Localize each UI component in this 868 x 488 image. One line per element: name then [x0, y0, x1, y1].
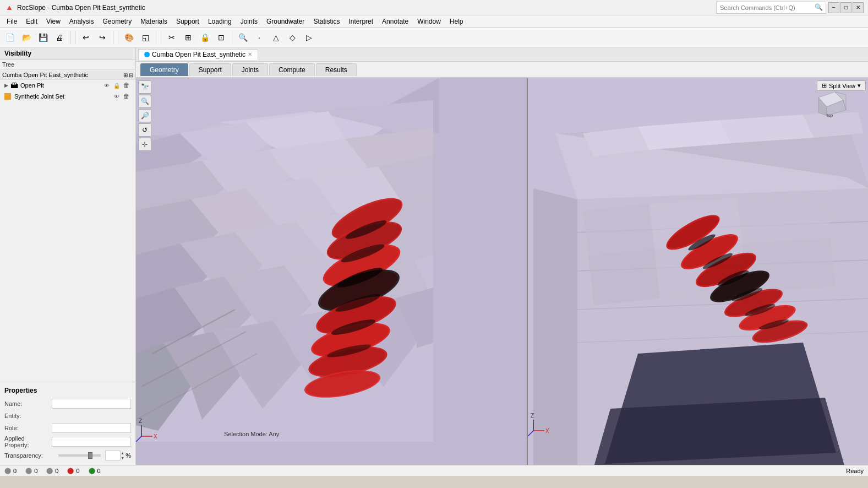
prop-value-entity [56, 411, 131, 421]
lock-button[interactable]: 🔒 [197, 30, 212, 45]
counter-icon-2: ⬤ [46, 467, 53, 474]
menu-item-view[interactable]: View [42, 17, 65, 26]
nodes-button[interactable]: ⊡ [214, 30, 229, 45]
diamond-button[interactable]: ◇ [285, 30, 300, 45]
prop-row-entity: Entity: [4, 411, 131, 421]
menu-item-loading[interactable]: Loading [204, 17, 236, 26]
tree-item-synthetic-joint[interactable]: Synthetic Joint Set 👁 🗑 [0, 91, 135, 102]
box-select-button[interactable]: ⊞ [181, 30, 196, 45]
menu-item-edit[interactable]: Edit [21, 17, 42, 26]
maximize-button[interactable]: □ [840, 2, 851, 13]
tree-item-open-pit[interactable]: ▶ 🏔 Open Pit 👁 🔒 🗑 [0, 80, 135, 91]
right-viewport[interactable]: ⊞ Split View ▾ [527, 78, 868, 465]
prop-label-entity: Entity: [4, 413, 54, 419]
zoom-extents-button[interactable]: 🔭 [138, 80, 151, 94]
tab-results[interactable]: Results [316, 63, 357, 76]
print-button[interactable]: 🖨 [52, 30, 67, 45]
svg-text:X: X [545, 428, 549, 434]
selection-mode-text: Selection Mode: Any [224, 431, 280, 437]
tree-content: Cumba Open Pit East_synthetic ⊞ ⊟ ▶ 🏔 Op… [0, 69, 135, 382]
counter-value-0: 0 [13, 468, 17, 474]
lock-icon[interactable]: 🔒 [112, 81, 121, 90]
transparency-input[interactable]: 85 [105, 451, 121, 460]
svg-text:X: X [154, 433, 157, 440]
rotate-button[interactable]: ↺ [138, 123, 151, 137]
menu-item-support[interactable]: Support [172, 17, 204, 26]
spin-up[interactable]: ▲ [121, 451, 124, 456]
prop-input-applied[interactable] [52, 437, 131, 447]
viewport-area: 🔭 🔍 🔎 ↺ ⊹ [136, 78, 868, 465]
eye-icon[interactable]: 👁 [112, 92, 121, 101]
arrow-button[interactable]: ▷ [301, 30, 316, 45]
search-icon: 🔍 [815, 3, 823, 11]
counter-value-3: 0 [76, 468, 79, 474]
spin-down[interactable]: ▼ [121, 456, 124, 460]
tab-geometry[interactable]: Geometry [140, 63, 188, 76]
title-bar-buttons: − □ ✕ [828, 2, 864, 13]
toolbar-separator [70, 31, 70, 44]
triangle-button[interactable]: △ [268, 30, 283, 45]
cube-nav-svg: top [813, 84, 851, 122]
tab-support[interactable]: Support [189, 63, 231, 76]
zoom-out-button[interactable]: 🔎 [138, 109, 151, 122]
svg-text:Z: Z [139, 418, 142, 424]
toolbar-separator [113, 31, 113, 44]
undo-button[interactable]: ↩ [78, 30, 94, 45]
transparency-slider[interactable] [58, 454, 101, 457]
menu-item-help[interactable]: Help [445, 17, 468, 26]
menu-item-window[interactable]: Window [413, 17, 445, 26]
point-button[interactable]: · [252, 30, 267, 45]
zoom-button[interactable]: 🔍 [235, 30, 250, 45]
vis-controls-joint: 👁 🗑 [112, 92, 131, 101]
collapse-icon[interactable]: ⊟ [129, 72, 133, 78]
tab-label: Cumba Open Pit East_synthetic [152, 51, 245, 58]
open-button[interactable]: 📂 [19, 30, 34, 45]
tree-item-label: Open Pit [20, 82, 100, 89]
menu-bar: FileEditViewAnalysisGeometryMaterialsSup… [0, 15, 868, 28]
menu-item-annotate[interactable]: Annotate [378, 17, 413, 26]
search-input[interactable] [716, 2, 826, 14]
new-button[interactable]: 📄 [2, 30, 18, 45]
tab-joints[interactable]: Joints [232, 63, 268, 76]
save-button[interactable]: 💾 [35, 30, 51, 45]
zoom-in-button[interactable]: 🔍 [138, 95, 151, 108]
menu-item-materials[interactable]: Materials [136, 17, 172, 26]
prop-input-role[interactable] [52, 423, 131, 433]
status-text: Ready [846, 468, 864, 474]
svg-marker-78 [533, 188, 577, 465]
cut-button[interactable]: ✂ [164, 30, 179, 45]
expand-icon[interactable]: ⊞ [123, 72, 128, 78]
fit-button[interactable]: ⊹ [138, 138, 151, 151]
select-button[interactable]: ◱ [138, 30, 153, 45]
toolbar-separator [232, 31, 232, 44]
menu-item-analysis[interactable]: Analysis [65, 17, 99, 26]
delete-icon[interactable]: 🗑 [122, 81, 131, 90]
color-button[interactable]: 🎨 [121, 30, 137, 45]
delete-icon[interactable]: 🗑 [122, 92, 131, 101]
app-icon: 🔺 [4, 3, 14, 12]
prop-row-role: Role: [4, 423, 131, 433]
menu-item-geometry[interactable]: Geometry [99, 17, 137, 26]
close-button[interactable]: ✕ [853, 2, 864, 13]
prop-label-name: Name: [4, 400, 50, 407]
menu-item-groundwater[interactable]: Groundwater [262, 17, 309, 26]
menu-item-joints[interactable]: Joints [236, 17, 262, 26]
eye-icon[interactable]: 👁 [102, 81, 111, 90]
menu-item-file[interactable]: File [2, 17, 21, 26]
menu-item-interpret[interactable]: Interpret [344, 17, 378, 26]
svg-marker-92 [737, 193, 831, 243]
cube-navigator[interactable]: top [813, 84, 846, 117]
counter-value-2: 0 [55, 468, 58, 474]
redo-button[interactable]: ↪ [95, 30, 110, 45]
minimize-button[interactable]: − [828, 2, 839, 13]
right-terrain-svg: Z X [528, 78, 868, 465]
menu-item-statistics[interactable]: Statistics [309, 17, 344, 26]
main-tab[interactable]: Cumba Open Pit East_synthetic ✕ [138, 49, 258, 60]
tab-compute[interactable]: Compute [269, 63, 315, 76]
tab-close[interactable]: ✕ [248, 51, 252, 57]
prop-input-name[interactable] [52, 399, 131, 409]
visibility-header: Visibility [0, 47, 135, 60]
left-viewport[interactable]: 🔭 🔍 🔎 ↺ ⊹ [136, 78, 527, 465]
transparency-handle[interactable] [88, 452, 92, 459]
main-layout: Visibility Tree Cumba Open Pit East_synt… [0, 47, 868, 465]
